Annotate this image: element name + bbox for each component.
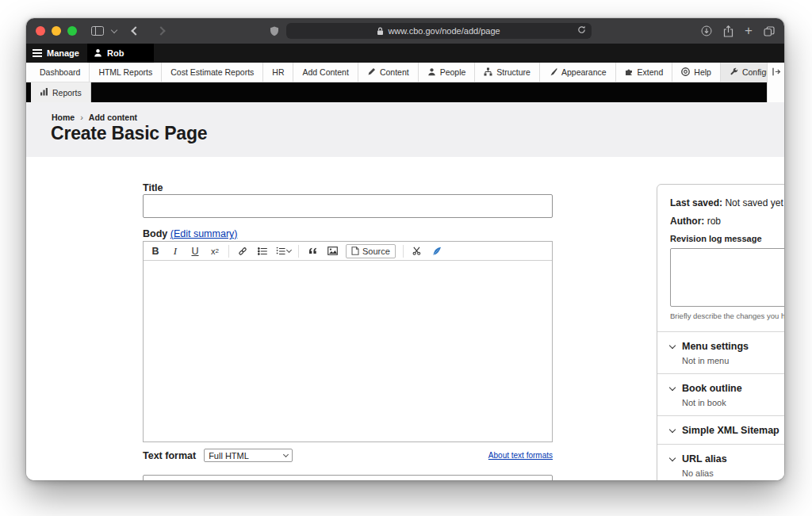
minimize-window-button[interactable] <box>52 26 61 36</box>
last-saved-value: Not saved yet <box>725 197 783 208</box>
lock-icon <box>377 27 384 36</box>
tab-content[interactable]: Content <box>358 63 419 82</box>
chevron-down-icon <box>669 384 676 390</box>
tab-hr[interactable]: HR <box>263 63 293 82</box>
close-window-button[interactable] <box>36 26 45 36</box>
privacy-shield-icon[interactable] <box>270 26 279 36</box>
drupal-admin-bar: Manage Rob <box>26 44 784 63</box>
toolbar-divider <box>298 245 299 258</box>
about-text-formats-link[interactable]: About text formats <box>488 451 553 460</box>
section-summary: Not in menu <box>682 356 784 365</box>
superscript-button[interactable]: x2 <box>209 244 221 258</box>
breadcrumb-home-link[interactable]: Home <box>52 113 75 122</box>
toolbar-divider <box>228 245 229 258</box>
zoom-window-button[interactable] <box>67 26 77 36</box>
source-button-label: Source <box>362 247 390 256</box>
hamburger-icon <box>33 52 42 54</box>
xml-sitemap-section[interactable]: Simple XML Sitemap <box>657 415 784 444</box>
link-icon[interactable] <box>236 244 249 258</box>
body-label-text: Body <box>143 228 167 239</box>
numbered-list-icon[interactable] <box>276 244 291 258</box>
user-account-button[interactable]: Rob <box>87 44 154 63</box>
feather-icon[interactable] <box>431 244 443 258</box>
tab-cost-estimate-reports[interactable]: Cost Estimate Reports <box>162 63 263 82</box>
tab-people[interactable]: People <box>419 63 476 82</box>
url-text: www.cbo.gov/node/add/page <box>388 26 500 36</box>
section-summary: Not in book <box>682 398 784 407</box>
browser-window: www.cbo.gov/node/add/page + Manage <box>26 18 784 480</box>
text-format-select[interactable]: Full HTML <box>204 449 293 462</box>
downloads-icon[interactable] <box>701 25 712 36</box>
edit-summary-link[interactable]: (Edit summary) <box>170 228 238 239</box>
section-label: Menu settings <box>682 341 749 352</box>
user-icon <box>94 46 102 60</box>
revision-log-label: Revision log message <box>670 234 784 243</box>
admin-toolbar-tray: Dashboard HTML Reports Cost Estimate Rep… <box>26 63 784 102</box>
chevron-down-icon <box>669 454 676 461</box>
tab-add-content[interactable]: Add Content <box>293 63 358 82</box>
blockquote-icon[interactable] <box>306 244 319 258</box>
sidebar-dropdown-icon[interactable] <box>111 26 117 32</box>
last-saved-label: Last saved: <box>670 197 722 208</box>
people-icon <box>427 67 436 78</box>
reload-icon[interactable] <box>577 25 586 34</box>
title-input[interactable] <box>143 194 553 218</box>
page-title: Create Basic Page <box>51 123 207 144</box>
browser-titlebar: www.cbo.gov/node/add/page + <box>26 18 784 44</box>
text-format-label: Text format <box>143 450 196 461</box>
bold-button[interactable]: B <box>149 244 162 258</box>
tab-help[interactable]: Help <box>672 63 721 82</box>
book-outline-section[interactable]: Book outline Not in book <box>657 373 784 415</box>
next-field-input[interactable] <box>143 475 553 480</box>
address-bar[interactable]: www.cbo.gov/node/add/page <box>286 23 592 39</box>
breadcrumb-separator-icon: › <box>80 113 83 122</box>
breadcrumb-current: Add content <box>89 113 137 122</box>
author-label: Author: <box>670 216 704 227</box>
user-label: Rob <box>107 48 124 58</box>
tab-dashboard[interactable]: Dashboard <box>31 63 90 82</box>
menu-settings-section[interactable]: Menu settings Not in menu <box>657 331 784 373</box>
list-style-dropdown-icon[interactable] <box>286 247 292 253</box>
toolbar-orientation-icon <box>772 67 781 76</box>
underline-button[interactable]: U <box>189 244 201 258</box>
tab-structure[interactable]: Structure <box>475 63 540 82</box>
manage-label: Manage <box>47 48 79 58</box>
author-value: rob <box>707 216 721 227</box>
manage-button[interactable]: Manage <box>26 44 87 63</box>
scissors-icon[interactable] <box>411 244 423 258</box>
text-format-value: Full HTML <box>209 451 249 461</box>
tab-html-reports[interactable]: HTML Reports <box>90 63 162 82</box>
back-icon[interactable] <box>131 26 140 35</box>
body-editor: B I U x2 <box>143 241 553 442</box>
tab-reports[interactable]: Reports <box>31 82 91 102</box>
chevron-down-icon <box>669 342 676 348</box>
sidebar-toggle-icon[interactable] <box>91 26 104 36</box>
section-label: URL alias <box>682 453 727 464</box>
window-controls <box>36 26 77 36</box>
share-icon[interactable] <box>723 25 733 37</box>
page-header-band: Home › Add content Create Basic Page <box>26 102 784 157</box>
chevron-down-icon <box>669 426 676 432</box>
forward-icon[interactable] <box>156 26 165 35</box>
configuration-icon <box>730 67 738 78</box>
breadcrumb: Home › Add content <box>52 113 137 122</box>
new-tab-icon[interactable]: + <box>745 24 753 37</box>
section-label: Simple XML Sitemap <box>682 425 779 436</box>
extend-icon <box>625 67 634 78</box>
source-button[interactable]: Source <box>346 244 396 258</box>
image-icon[interactable] <box>326 244 339 258</box>
italic-button[interactable]: I <box>169 244 182 258</box>
tab-extend[interactable]: Extend <box>616 63 673 82</box>
revision-log-textarea[interactable] <box>670 248 784 307</box>
editor-body-area[interactable] <box>144 261 552 442</box>
last-saved-line: Last saved: Not saved yet <box>670 197 784 208</box>
bulleted-list-icon[interactable] <box>256 244 269 258</box>
structure-icon <box>484 67 492 78</box>
tab-appearance[interactable]: Appearance <box>540 63 616 82</box>
toolbar-divider <box>403 245 404 258</box>
tab-overview-icon[interactable] <box>764 26 775 36</box>
page-content: Home › Add content Create Basic Page Tit… <box>26 102 784 480</box>
url-alias-section[interactable]: URL alias No alias <box>657 444 784 480</box>
source-doc-icon <box>351 247 359 255</box>
toolbar-orientation-toggle[interactable] <box>767 63 784 102</box>
